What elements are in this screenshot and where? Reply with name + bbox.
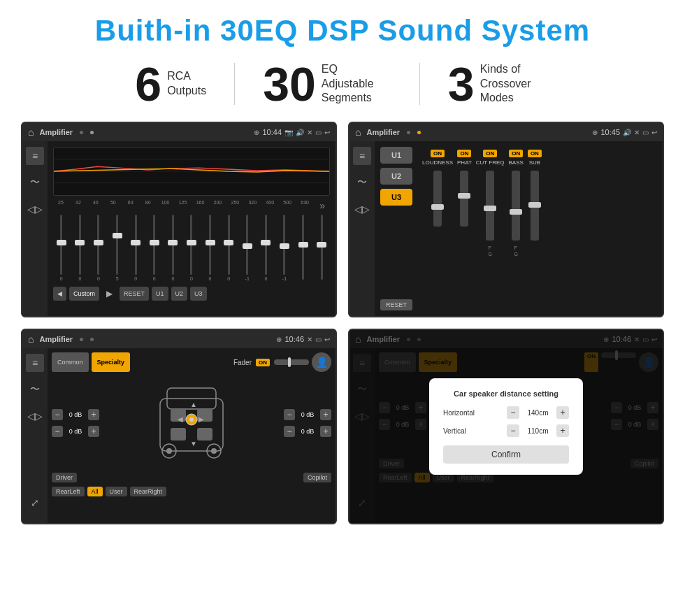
prev-button[interactable]: ◀ bbox=[53, 287, 66, 301]
slider-14[interactable] bbox=[313, 215, 330, 281]
copilot-btn[interactable]: Copilot bbox=[303, 473, 331, 482]
sidebar-amp-eq-icon[interactable]: ≡ bbox=[353, 147, 371, 165]
slider-8[interactable]: 0 bbox=[202, 215, 219, 281]
rearright-btn[interactable]: RearRight bbox=[130, 487, 167, 496]
vol-rr-minus[interactable]: − bbox=[284, 426, 295, 437]
stat-number-cross: 3 bbox=[448, 60, 475, 108]
vertical-minus-btn[interactable]: − bbox=[507, 424, 519, 437]
screen-content-amp: ≡ 〜 ◁▷ U1 U2 U3 RESET bbox=[349, 141, 663, 316]
u1-button[interactable]: U1 bbox=[152, 287, 168, 301]
svg-text:▼: ▼ bbox=[190, 440, 197, 447]
back-icon-3[interactable]: ↩ bbox=[324, 336, 330, 343]
home-icon-3[interactable]: ⌂ bbox=[28, 334, 34, 345]
sidebar-fader-vol-icon[interactable]: ◁▷ bbox=[26, 407, 44, 425]
u1-channel-btn[interactable]: U1 bbox=[380, 147, 412, 164]
eq-sliders-row: 0 0 0 5 0 0 0 0 0 0 -1 0 -1 bbox=[53, 214, 330, 284]
slider-13[interactable] bbox=[295, 215, 312, 281]
sidebar-fader-eq-icon[interactable]: ≡ bbox=[26, 354, 44, 372]
sidebar-fader-wave-icon[interactable]: 〜 bbox=[26, 380, 44, 399]
sidebar-eq-icon[interactable]: ≡ bbox=[26, 147, 44, 165]
u3-channel-btn[interactable]: U3 bbox=[380, 189, 412, 206]
slider-1[interactable]: 0 bbox=[72, 215, 89, 281]
topbar-amp: ⌂ Amplifier ⊕ 10:45 🔊 ✕ ▭ ↩ bbox=[349, 123, 663, 141]
bass-slider[interactable] bbox=[512, 171, 520, 241]
vol-rl-minus[interactable]: − bbox=[52, 426, 63, 437]
fader-slider[interactable] bbox=[274, 359, 309, 365]
freq-320: 320 bbox=[245, 200, 260, 211]
slider-0[interactable]: 0 bbox=[53, 215, 70, 281]
dialog-vertical-row: Vertical − 110cm + bbox=[443, 424, 569, 437]
topbar-title-amp: Amplifier bbox=[366, 128, 400, 136]
horizontal-minus-btn[interactable]: − bbox=[507, 406, 519, 419]
slider-6[interactable]: 0 bbox=[165, 215, 182, 281]
cutfreq-label: CUT FREQ bbox=[476, 159, 505, 166]
slider-10[interactable]: -1 bbox=[239, 215, 256, 281]
stat-rca: 6 RCAOutputs bbox=[107, 60, 234, 108]
horizontal-label: Horizontal bbox=[443, 409, 485, 417]
horizontal-plus-btn[interactable]: + bbox=[556, 406, 569, 419]
slider-12[interactable]: -1 bbox=[276, 215, 293, 281]
vol-rr-plus[interactable]: + bbox=[320, 426, 331, 437]
fader-on-badge: ON bbox=[256, 359, 270, 366]
user-btn[interactable]: User bbox=[106, 487, 127, 496]
sidebar-fader-spread-icon[interactable]: ⤢ bbox=[26, 494, 44, 512]
u2-button[interactable]: U2 bbox=[171, 287, 188, 301]
slider-9[interactable]: 0 bbox=[220, 215, 237, 281]
cutfreq-slider[interactable] bbox=[486, 171, 494, 241]
avatar-button[interactable]: 👤 bbox=[312, 352, 331, 372]
specialty-tab[interactable]: Specialty bbox=[92, 352, 131, 372]
loudness-slider[interactable] bbox=[433, 171, 442, 227]
slider-2[interactable]: 0 bbox=[90, 215, 107, 281]
slider-3[interactable]: 5 bbox=[109, 215, 126, 281]
common-tab[interactable]: Common bbox=[52, 352, 89, 372]
vol-rl-plus[interactable]: + bbox=[88, 426, 99, 437]
vol-fl-plus[interactable]: + bbox=[88, 409, 99, 420]
sidebar-vol-icon[interactable]: ◁▷ bbox=[26, 200, 44, 218]
sidebar-wave-icon[interactable]: 〜 bbox=[26, 173, 44, 192]
page-wrapper: Buith-in 30EQ DSP Sound System 6 RCAOutp… bbox=[0, 0, 685, 538]
reset-button[interactable]: RESET bbox=[120, 287, 149, 301]
freq-500: 500 bbox=[280, 200, 295, 211]
confirm-button[interactable]: Confirm bbox=[443, 445, 569, 464]
vol-fr-plus[interactable]: + bbox=[320, 409, 331, 420]
vol-col-left: − 0 dB + − 0 dB + bbox=[52, 409, 99, 437]
eq-svg bbox=[54, 148, 329, 195]
vol-fr-minus[interactable]: − bbox=[284, 409, 295, 420]
driver-btn[interactable]: Driver bbox=[52, 473, 77, 482]
custom-button[interactable]: Custom bbox=[69, 287, 99, 301]
u3-button[interactable]: U3 bbox=[190, 287, 207, 301]
svg-text:◀: ◀ bbox=[178, 415, 183, 423]
svg-point-7 bbox=[166, 448, 172, 454]
slider-5[interactable]: 0 bbox=[146, 215, 163, 281]
u2-channel-btn[interactable]: U2 bbox=[380, 168, 412, 185]
vol-fl-minus[interactable]: − bbox=[52, 409, 63, 420]
back-icon-2[interactable]: ↩ bbox=[651, 129, 657, 136]
eq-main: 25 32 40 50 63 80 100 125 160 200 250 32… bbox=[48, 141, 336, 316]
sidebar-amp-wave-icon[interactable]: 〜 bbox=[353, 173, 371, 192]
vol-row-rr: − 0 dB + bbox=[284, 426, 331, 437]
screen-fader: ⌂ Amplifier ⊕ 10:46 ✕ ▭ ↩ ≡ 〜 ◁▷ ⤢ bbox=[21, 329, 337, 524]
screen-content-eq: ≡ 〜 ◁▷ bbox=[22, 141, 336, 316]
vertical-plus-btn[interactable]: + bbox=[556, 424, 569, 437]
play-button[interactable]: ▶ bbox=[102, 287, 117, 301]
amp-reset-btn[interactable]: RESET bbox=[380, 299, 412, 310]
phat-slider[interactable] bbox=[460, 171, 468, 227]
bass-label: BASS bbox=[509, 159, 524, 166]
rearleft-btn[interactable]: RearLeft bbox=[52, 487, 85, 496]
bass-on: ON bbox=[509, 150, 523, 157]
topbar-icons-amp: ⊕ 10:45 🔊 ✕ ▭ ↩ bbox=[592, 128, 657, 136]
sub-slider[interactable] bbox=[531, 171, 539, 241]
sidebar-amp-vol-icon[interactable]: ◁▷ bbox=[353, 200, 371, 218]
eq-more[interactable]: » bbox=[315, 200, 330, 211]
all-btn[interactable]: All bbox=[87, 487, 103, 496]
home-icon[interactable]: ⌂ bbox=[28, 127, 34, 138]
home-icon-2[interactable]: ⌂ bbox=[355, 127, 361, 138]
slider-11[interactable]: 0 bbox=[258, 215, 275, 281]
topbar-title-fader: Amplifier bbox=[39, 335, 73, 343]
slider-7[interactable]: 0 bbox=[183, 215, 200, 281]
minimize-icon: ▭ bbox=[315, 129, 322, 136]
dialog-horizontal-row: Horizontal − 140cm + bbox=[443, 406, 569, 419]
back-icon[interactable]: ↩ bbox=[324, 129, 330, 136]
slider-4[interactable]: 0 bbox=[127, 215, 144, 281]
freq-200: 200 bbox=[210, 200, 225, 211]
